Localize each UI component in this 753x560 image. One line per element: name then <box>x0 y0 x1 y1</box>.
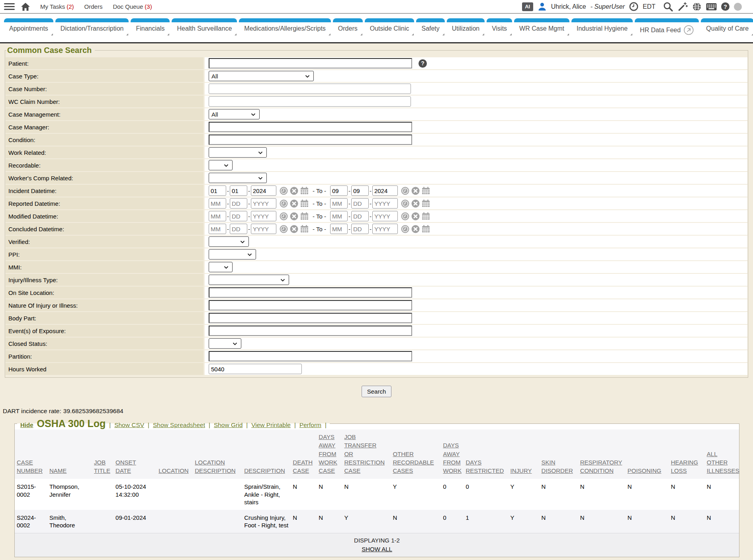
incident-datetime-to-mm-input[interactable] <box>330 185 348 196</box>
clock-icon[interactable] <box>401 225 409 233</box>
user-icon[interactable] <box>538 2 547 11</box>
perform-link[interactable]: Perform <box>299 421 321 429</box>
column-sort-link[interactable]: LOCATION <box>158 466 189 475</box>
clear-icon[interactable] <box>290 187 298 195</box>
column-sort-link[interactable]: JOB TITLE <box>94 458 110 475</box>
case-management-select[interactable]: All <box>209 109 260 119</box>
clock-icon[interactable] <box>280 212 288 220</box>
tab-safety[interactable]: Safety <box>416 18 444 35</box>
keyboard-icon[interactable] <box>706 3 717 11</box>
search-button[interactable]: Search <box>362 386 392 397</box>
show-all-link[interactable]: SHOW ALL <box>362 545 392 553</box>
tab-financials[interactable]: Financials <box>131 18 170 35</box>
tab-outside-clinic[interactable]: Outside Clinic <box>365 18 415 35</box>
tab-quality-of-care[interactable]: Quality of Care <box>701 18 753 35</box>
column-sort-link[interactable]: DAYS RESTRICTED <box>466 458 504 475</box>
column-sort-link[interactable]: LOCATION DESCRIPTION <box>195 458 236 475</box>
concluded-datetime-to-dd-input[interactable] <box>351 224 369 234</box>
modified-datetime-to-mm-input[interactable] <box>330 211 348 221</box>
incident-datetime-from-yyyy-input[interactable] <box>251 185 276 196</box>
tab-utilization[interactable]: Utilization <box>447 18 485 35</box>
concluded-datetime-from-dd-input[interactable] <box>230 224 247 234</box>
calendar-icon[interactable] <box>422 225 430 233</box>
tab-dictation-transcription[interactable]: Dictation/Transcription <box>55 18 129 35</box>
hamburger-menu-icon[interactable] <box>4 2 15 12</box>
clock-icon[interactable] <box>401 187 409 195</box>
column-sort-link[interactable]: POISONING <box>628 466 661 475</box>
globe-icon[interactable] <box>692 2 702 12</box>
modified-datetime-from-mm-input[interactable] <box>209 211 226 221</box>
event-s-of-exposure-input[interactable] <box>209 326 412 336</box>
injury-illness-type-select[interactable] <box>209 275 289 285</box>
column-sort-link[interactable]: HEARING LOSS <box>671 458 698 475</box>
reported-datetime-to-mm-input[interactable] <box>330 198 348 209</box>
tab-industrial-hygiene[interactable]: Industrial Hygiene <box>571 18 633 35</box>
reported-datetime-from-dd-input[interactable] <box>230 198 247 209</box>
clear-icon[interactable] <box>290 199 298 208</box>
tab-appointments[interactable]: Appointments <box>4 18 53 35</box>
clear-icon[interactable] <box>290 212 298 220</box>
concluded-datetime-from-mm-input[interactable] <box>209 224 226 234</box>
column-sort-link[interactable]: ONSET DATE <box>115 458 136 475</box>
field-help-icon[interactable]: ? <box>419 59 427 68</box>
menu-item-doc-queue[interactable]: Doc Queue(3) <box>113 3 152 10</box>
tab-wr-case-mgmt[interactable]: WR Case Mgmt <box>514 18 569 35</box>
column-sort-link[interactable]: JOB TRANSFER OR RESTRICTION CASE <box>344 433 385 475</box>
column-sort-link[interactable]: CASE NUMBER <box>17 458 43 475</box>
show-csv-link[interactable]: Show CSV <box>114 421 144 429</box>
work-related-select[interactable] <box>209 147 267 158</box>
ai-badge[interactable]: AI <box>522 2 533 11</box>
body-part-input[interactable] <box>209 313 412 323</box>
clear-icon[interactable] <box>411 225 420 233</box>
tab-hr-data-feed[interactable]: HR Data Feed <box>635 18 699 35</box>
reported-datetime-to-yyyy-input[interactable] <box>372 198 398 209</box>
tab-visits[interactable]: Visits <box>487 18 512 35</box>
closed-status-select[interactable] <box>209 338 241 349</box>
column-sort-link[interactable]: OTHER RECORDABLE CASES <box>393 450 434 475</box>
clear-icon[interactable] <box>290 225 298 233</box>
condition-input[interactable] <box>209 135 412 145</box>
calendar-icon[interactable] <box>422 187 430 195</box>
concluded-datetime-to-mm-input[interactable] <box>330 224 348 234</box>
concluded-datetime-from-yyyy-input[interactable] <box>251 224 276 234</box>
column-sort-link[interactable]: DEATH CASE <box>293 458 313 475</box>
column-sort-link[interactable]: ALL OTHER ILLNESSES <box>707 450 739 475</box>
modified-datetime-to-yyyy-input[interactable] <box>372 211 398 221</box>
clock-icon[interactable] <box>280 199 288 208</box>
mmi-select[interactable] <box>209 262 233 272</box>
ppi-select[interactable] <box>209 249 256 260</box>
home-icon[interactable] <box>20 2 31 12</box>
verified-select[interactable] <box>209 236 249 247</box>
column-sort-link[interactable]: INJURY <box>510 466 532 475</box>
calendar-icon[interactable] <box>300 199 309 207</box>
reported-datetime-from-yyyy-input[interactable] <box>251 198 276 209</box>
column-sort-link[interactable]: SKIN DISORDER <box>542 458 573 475</box>
patient-input[interactable] <box>209 58 412 68</box>
wc-claim-number-input[interactable] <box>209 96 411 107</box>
clock-icon[interactable] <box>280 187 288 195</box>
show-spreadsheet-link[interactable]: Show Spreadsheet <box>153 421 205 429</box>
incident-datetime-from-dd-input[interactable] <box>230 185 247 196</box>
clock-icon[interactable] <box>401 199 409 208</box>
clear-icon[interactable] <box>411 187 420 195</box>
calendar-icon[interactable] <box>300 187 309 195</box>
nature-of-injury-or-illness-input[interactable] <box>209 300 412 310</box>
case-number-input[interactable] <box>209 84 411 94</box>
case-manager-input[interactable] <box>209 122 412 132</box>
clock-icon[interactable] <box>401 212 409 220</box>
calendar-icon[interactable] <box>422 199 430 207</box>
partition-input[interactable] <box>209 351 412 361</box>
reported-datetime-from-mm-input[interactable] <box>209 198 226 209</box>
modified-datetime-from-yyyy-input[interactable] <box>251 211 276 221</box>
column-sort-link[interactable]: NAME <box>49 466 66 475</box>
hours-worked-input[interactable] <box>209 364 302 374</box>
case-type-select[interactable]: All <box>209 71 314 81</box>
clear-icon[interactable] <box>411 212 420 220</box>
modified-datetime-to-dd-input[interactable] <box>351 211 369 221</box>
incident-datetime-from-mm-input[interactable] <box>209 185 226 196</box>
help-icon[interactable]: ? <box>721 2 730 11</box>
tab-health-surveillance[interactable]: Health Surveillance <box>172 18 237 35</box>
hide-link[interactable]: Hide <box>20 421 33 428</box>
show-grid-link[interactable]: Show Grid <box>214 421 243 429</box>
clear-icon[interactable] <box>411 199 420 208</box>
